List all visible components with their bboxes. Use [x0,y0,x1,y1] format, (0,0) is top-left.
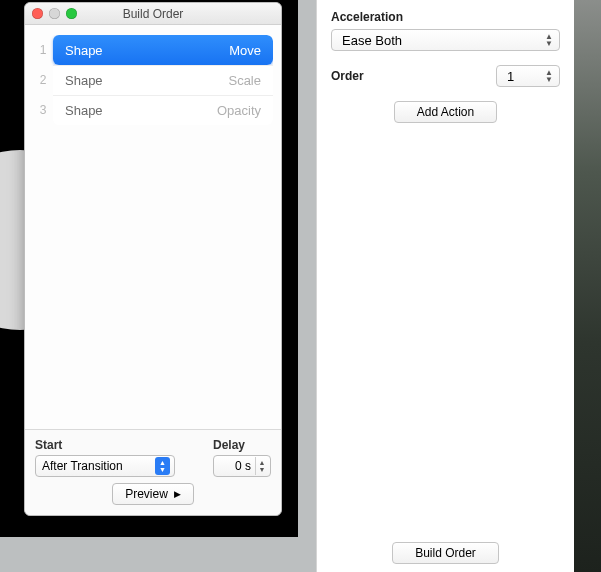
start-select[interactable]: After Transition ▲▼ [35,455,175,477]
order-label: Order [331,69,364,83]
preview-button[interactable]: Preview ▶ [112,483,194,505]
acceleration-label: Acceleration [331,10,560,24]
build-effect: Scale [228,73,261,88]
build-effect: Move [229,43,261,58]
build-order-label: Build Order [415,546,476,560]
acceleration-select[interactable]: Ease Both ▲▼ [331,29,560,51]
build-index: 2 [33,73,53,87]
preview-label: Preview [125,487,168,501]
delay-label: Delay [213,438,271,452]
acceleration-value: Ease Both [342,33,402,48]
inspector-panel: Acceleration Ease Both ▲▼ Order 1 ▲▼ Add… [316,0,574,572]
build-row[interactable]: 1 Shape Move [33,35,273,65]
start-value: After Transition [42,459,123,473]
desktop-background-strip [574,0,601,572]
build-effect: Opacity [217,103,261,118]
build-index: 1 [33,43,53,57]
build-name: Shape [65,103,103,118]
build-order-button[interactable]: Build Order [392,542,499,564]
build-list: 1 Shape Move 2 Shape Scale 3 Shape Opaci… [25,25,281,125]
window-titlebar[interactable]: Build Order [25,3,281,25]
build-order-window: Build Order 1 Shape Move 2 Shape Scale 3 [24,2,282,516]
window-title: Build Order [25,7,281,21]
add-action-label: Add Action [417,105,474,119]
build-name: Shape [65,73,103,88]
order-value: 1 [507,69,514,84]
delay-value: 0 s [214,459,255,473]
stepper-icon: ▲▼ [255,457,268,475]
delay-stepper[interactable]: 0 s ▲▼ [213,455,271,477]
add-action-button[interactable]: Add Action [394,101,497,123]
chevron-updown-icon: ▲▼ [155,457,170,475]
window-bottom-controls: Start After Transition ▲▼ Delay 0 s ▲▼ P… [25,429,281,515]
order-select[interactable]: 1 ▲▼ [496,65,560,87]
chevron-updown-icon: ▲▼ [545,33,553,47]
chevron-updown-icon: ▲▼ [545,69,553,83]
build-row[interactable]: 2 Shape Scale [33,65,273,95]
start-label: Start [35,438,195,452]
build-name: Shape [65,43,103,58]
build-index: 3 [33,103,53,117]
play-icon: ▶ [174,489,181,499]
build-row[interactable]: 3 Shape Opacity [33,95,273,125]
